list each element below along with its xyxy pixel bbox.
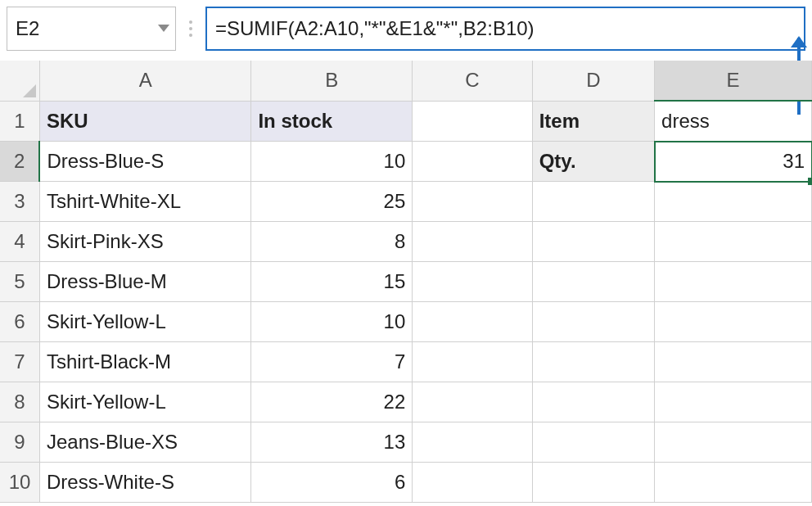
svg-marker-0 <box>158 25 169 32</box>
cell-D4[interactable] <box>532 222 654 262</box>
cell-C10[interactable] <box>413 463 532 503</box>
formula-bar[interactable]: =SUMIF(A2:A10,"*"&E1&"*",B2:B10) <box>205 7 805 51</box>
formula-bar-divider <box>184 7 197 51</box>
cell-E9[interactable] <box>655 422 812 463</box>
svg-marker-1 <box>23 84 36 97</box>
cell-E8[interactable] <box>655 382 812 422</box>
cell-C4[interactable] <box>413 222 532 262</box>
row-header[interactable]: 10 <box>0 463 39 503</box>
cell-C8[interactable] <box>413 382 532 422</box>
name-box-value: E2 <box>7 17 152 40</box>
row-header[interactable]: 9 <box>0 422 39 463</box>
cell-E7[interactable] <box>655 342 812 382</box>
cell-C5[interactable] <box>413 262 532 302</box>
cell-A1[interactable]: SKU <box>39 101 250 142</box>
cell-E2[interactable]: 31 <box>655 142 812 182</box>
cell-D8[interactable] <box>532 382 654 422</box>
cell-E1[interactable]: dress <box>655 101 812 142</box>
formula-bar-row: E2 =SUMIF(A2:A10,"*"&E1&"*",B2:B10) <box>0 0 812 56</box>
cell-C1[interactable] <box>413 101 532 142</box>
col-header-E[interactable]: E <box>655 61 812 101</box>
name-box[interactable]: E2 <box>7 7 176 51</box>
cell-E4[interactable] <box>655 222 812 262</box>
col-header-A[interactable]: A <box>39 61 250 101</box>
row-header[interactable]: 8 <box>0 382 39 422</box>
row-header[interactable]: 3 <box>0 182 39 222</box>
row-header[interactable]: 5 <box>0 262 39 302</box>
col-header-D[interactable]: D <box>532 61 654 101</box>
cell-B1[interactable]: In stock <box>251 101 413 142</box>
cell-D3[interactable] <box>532 182 654 222</box>
select-all-triangle-icon <box>23 84 36 97</box>
cell-D7[interactable] <box>532 342 654 382</box>
name-box-dropdown[interactable] <box>152 7 175 50</box>
formula-text: =SUMIF(A2:A10,"*"&E1&"*",B2:B10) <box>215 17 535 40</box>
cell-A8[interactable]: Skirt-Yellow-L <box>39 382 250 422</box>
cell-D2[interactable]: Qty. <box>532 142 654 182</box>
cell-C7[interactable] <box>413 342 532 382</box>
cell-E5[interactable] <box>655 262 812 302</box>
cell-B10[interactable]: 6 <box>251 463 413 503</box>
cell-D10[interactable] <box>532 463 654 503</box>
cell-D1[interactable]: Item <box>532 101 654 142</box>
cell-B4[interactable]: 8 <box>251 222 413 262</box>
cell-D9[interactable] <box>532 422 654 463</box>
cell-C9[interactable] <box>413 422 532 463</box>
cell-A5[interactable]: Dress-Blue-M <box>39 262 250 302</box>
cell-A2[interactable]: Dress-Blue-S <box>39 142 250 182</box>
cell-C2[interactable] <box>413 142 532 182</box>
cell-A6[interactable]: Skirt-Yellow-L <box>39 302 250 342</box>
cell-D6[interactable] <box>532 302 654 342</box>
cell-E10[interactable] <box>655 463 812 503</box>
col-header-C[interactable]: C <box>413 61 532 101</box>
cell-A7[interactable]: Tshirt-Black-M <box>39 342 250 382</box>
cell-B8[interactable]: 22 <box>251 382 413 422</box>
row-header[interactable]: 7 <box>0 342 39 382</box>
row-header[interactable]: 2 <box>0 142 39 182</box>
cell-C6[interactable] <box>413 302 532 342</box>
cell-A3[interactable]: Tshirt-White-XL <box>39 182 250 222</box>
chevron-down-icon <box>158 25 169 33</box>
grid: A B C D E 1 SKU In stock Item dress 2 Dr… <box>0 61 812 503</box>
cell-B6[interactable]: 10 <box>251 302 413 342</box>
cell-E3[interactable] <box>655 182 812 222</box>
cell-A10[interactable]: Dress-White-S <box>39 463 250 503</box>
row-header[interactable]: 4 <box>0 222 39 262</box>
row-header[interactable]: 1 <box>0 101 39 142</box>
cell-E6[interactable] <box>655 302 812 342</box>
cell-B2[interactable]: 10 <box>251 142 413 182</box>
cell-A4[interactable]: Skirt-Pink-XS <box>39 222 250 262</box>
cell-D5[interactable] <box>532 262 654 302</box>
cell-B5[interactable]: 15 <box>251 262 413 302</box>
row-header[interactable]: 6 <box>0 302 39 342</box>
cell-A9[interactable]: Jeans-Blue-XS <box>39 422 250 463</box>
col-header-B[interactable]: B <box>251 61 413 101</box>
cell-B9[interactable]: 13 <box>251 422 413 463</box>
cell-C3[interactable] <box>413 182 532 222</box>
cell-B3[interactable]: 25 <box>251 182 413 222</box>
select-all-corner[interactable] <box>0 61 39 101</box>
cell-B7[interactable]: 7 <box>251 342 413 382</box>
worksheet: A B C D E 1 SKU In stock Item dress 2 Dr… <box>0 61 812 503</box>
